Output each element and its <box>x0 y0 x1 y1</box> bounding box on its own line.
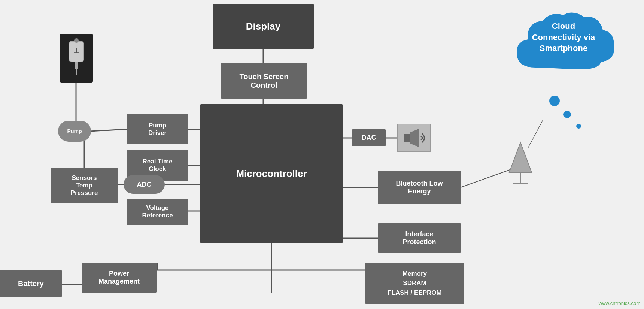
real-time-clock-label: Real TimeClock <box>142 158 172 173</box>
interface-protection-block: InterfaceProtection <box>378 223 461 253</box>
pump-label: Pump <box>67 128 82 134</box>
pump-driver-block: PumpDriver <box>127 114 188 144</box>
cloud-label: CloudConnectivity viaSmartphone <box>532 21 595 53</box>
microcontroller-block: Microcontroller <box>200 104 343 243</box>
cloud-text: CloudConnectivity viaSmartphone <box>505 21 622 54</box>
cloud-shape: CloudConnectivity viaSmartphone <box>505 8 622 86</box>
dac-label: DAC <box>362 134 376 142</box>
battery-label: Battery <box>18 279 44 288</box>
pump-driver-label: PumpDriver <box>148 122 167 137</box>
power-management-label: PowerManagement <box>98 270 140 285</box>
antenna-icon <box>505 139 535 184</box>
pump-block: Pump <box>58 121 91 142</box>
display-block: Display <box>213 4 314 49</box>
interface-protection-label: InterfaceProtection <box>402 230 436 246</box>
memory-block: MemorySDRAMFLASH / EEPROM <box>365 262 464 304</box>
svg-rect-31 <box>404 134 410 142</box>
adc-block: ADC <box>124 175 165 194</box>
svg-text:⊥: ⊥ <box>73 47 79 55</box>
touch-screen-label: Touch ScreenControl <box>240 72 289 90</box>
power-management-block: PowerManagement <box>82 262 157 292</box>
svg-marker-32 <box>410 129 419 147</box>
display-label: Display <box>246 21 281 32</box>
svg-point-28 <box>74 38 79 43</box>
speaker-icon <box>397 124 431 152</box>
cloud-dot-1 <box>549 96 560 106</box>
svg-line-24 <box>461 169 513 188</box>
diagram: ⊥ Pump Display Touch ScreenControl Micro… <box>0 0 644 309</box>
adc-label: ADC <box>137 181 152 189</box>
svg-rect-27 <box>75 62 78 69</box>
sensors-label: SensorsTempPressure <box>71 174 98 197</box>
voltage-reference-label: VoltageReference <box>142 204 173 219</box>
touch-screen-block: Touch ScreenControl <box>221 63 307 99</box>
sensors-block: SensorsTempPressure <box>51 168 118 203</box>
microcontroller-label: Microcontroller <box>236 168 307 180</box>
svg-line-2 <box>90 129 127 131</box>
bluetooth-label: Bluetooth LowEnergy <box>396 180 443 195</box>
cloud-dot-3 <box>576 124 581 129</box>
voltage-reference-block: VoltageReference <box>127 199 188 225</box>
iv-bag-icon: ⊥ <box>60 34 93 82</box>
cloud-dot-2 <box>564 111 571 118</box>
bluetooth-block: Bluetooth LowEnergy <box>378 171 461 204</box>
watermark: www.cntronics.com <box>599 300 640 306</box>
svg-marker-33 <box>509 142 532 172</box>
dac-block: DAC <box>352 129 386 146</box>
memory-label: MemorySDRAMFLASH / EEPROM <box>388 269 442 298</box>
battery-block: Battery <box>0 270 62 297</box>
